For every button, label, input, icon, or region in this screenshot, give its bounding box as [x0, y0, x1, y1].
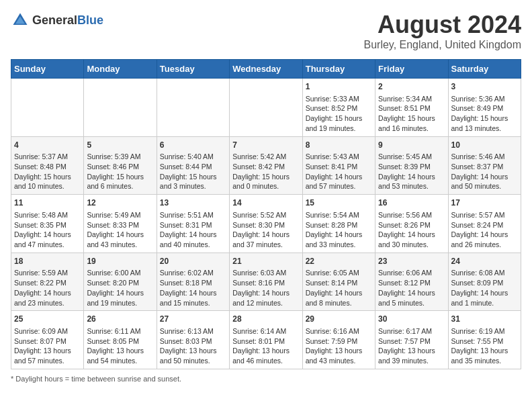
- day-info: Sunrise: 6:17 AM Sunset: 7:57 PM Dayligh…: [378, 326, 445, 366]
- day-number: 7: [232, 140, 299, 151]
- calendar-cell: 31Sunrise: 6:19 AM Sunset: 7:55 PM Dayli…: [448, 311, 521, 369]
- day-info: Sunrise: 5:48 AM Sunset: 8:35 PM Dayligh…: [14, 210, 81, 250]
- day-info: Sunrise: 6:03 AM Sunset: 8:16 PM Dayligh…: [232, 268, 299, 308]
- page-header: GeneralBlue August 2024 Burley, England,…: [11, 11, 521, 51]
- day-number: 24: [451, 256, 518, 267]
- day-number: 17: [451, 197, 518, 209]
- day-number: 8: [306, 140, 372, 151]
- calendar-cell: 25Sunrise: 6:09 AM Sunset: 8:07 PM Dayli…: [11, 311, 84, 369]
- logo: GeneralBlue: [11, 11, 103, 30]
- day-info: Sunrise: 6:11 AM Sunset: 8:05 PM Dayligh…: [87, 326, 153, 366]
- calendar-cell: 20Sunrise: 6:02 AM Sunset: 8:18 PM Dayli…: [157, 253, 229, 311]
- calendar-cell: 9Sunrise: 5:45 AM Sunset: 8:39 PM Daylig…: [375, 136, 448, 195]
- day-number: 13: [160, 197, 226, 209]
- calendar-cell: 19Sunrise: 6:00 AM Sunset: 8:20 PM Dayli…: [84, 253, 157, 311]
- calendar-cell: 6Sunrise: 5:40 AM Sunset: 8:44 PM Daylig…: [157, 136, 229, 195]
- calendar-cell: 5Sunrise: 5:39 AM Sunset: 8:46 PM Daylig…: [84, 136, 157, 195]
- calendar-cell: 10Sunrise: 5:46 AM Sunset: 8:37 PM Dayli…: [448, 136, 521, 195]
- day-number: 9: [378, 140, 445, 151]
- day-info: Sunrise: 6:06 AM Sunset: 8:12 PM Dayligh…: [378, 268, 445, 308]
- day-number: 22: [306, 256, 372, 267]
- day-number: 10: [451, 140, 518, 151]
- day-info: Sunrise: 5:54 AM Sunset: 8:28 PM Dayligh…: [306, 210, 372, 250]
- calendar-cell: 28Sunrise: 6:14 AM Sunset: 8:01 PM Dayli…: [230, 311, 302, 369]
- day-number: 6: [160, 140, 226, 151]
- day-number: 1: [306, 81, 372, 93]
- day-number: 18: [14, 256, 81, 267]
- calendar-cell: [11, 79, 84, 137]
- day-info: Sunrise: 5:33 AM Sunset: 8:52 PM Dayligh…: [306, 94, 372, 134]
- day-number: 11: [14, 197, 81, 209]
- logo-blue: Blue: [77, 13, 103, 27]
- calendar-cell: 12Sunrise: 5:49 AM Sunset: 8:33 PM Dayli…: [84, 195, 157, 253]
- calendar-cell: 27Sunrise: 6:13 AM Sunset: 8:03 PM Dayli…: [157, 311, 229, 369]
- day-info: Sunrise: 5:34 AM Sunset: 8:51 PM Dayligh…: [378, 94, 445, 134]
- day-info: Sunrise: 6:02 AM Sunset: 8:18 PM Dayligh…: [160, 268, 226, 308]
- day-info: Sunrise: 6:19 AM Sunset: 7:55 PM Dayligh…: [451, 326, 518, 366]
- day-header-monday: Monday: [84, 60, 157, 79]
- calendar-cell: 22Sunrise: 6:05 AM Sunset: 8:14 PM Dayli…: [302, 253, 375, 311]
- calendar-week-4: 18Sunrise: 5:59 AM Sunset: 8:22 PM Dayli…: [11, 253, 521, 311]
- calendar-table: SundayMondayTuesdayWednesdayThursdayFrid…: [11, 59, 521, 369]
- calendar-week-5: 25Sunrise: 6:09 AM Sunset: 8:07 PM Dayli…: [11, 311, 521, 369]
- day-info: Sunrise: 6:13 AM Sunset: 8:03 PM Dayligh…: [160, 326, 226, 366]
- calendar-cell: 8Sunrise: 5:43 AM Sunset: 8:41 PM Daylig…: [302, 136, 375, 195]
- calendar-cell: [230, 79, 302, 137]
- calendar-cell: 14Sunrise: 5:52 AM Sunset: 8:30 PM Dayli…: [230, 195, 302, 253]
- day-number: 27: [160, 314, 226, 325]
- day-info: Sunrise: 6:14 AM Sunset: 8:01 PM Dayligh…: [232, 326, 299, 366]
- day-header-sunday: Sunday: [11, 60, 84, 79]
- day-info: Sunrise: 5:45 AM Sunset: 8:39 PM Dayligh…: [378, 152, 445, 191]
- day-number: 2: [378, 81, 445, 93]
- day-info: Sunrise: 5:51 AM Sunset: 8:31 PM Dayligh…: [160, 210, 226, 250]
- logo-text: GeneralBlue: [11, 11, 103, 30]
- day-number: 19: [87, 256, 153, 267]
- day-number: 12: [87, 197, 153, 209]
- day-header-tuesday: Tuesday: [157, 60, 229, 79]
- calendar-cell: 1Sunrise: 5:33 AM Sunset: 8:52 PM Daylig…: [302, 79, 375, 137]
- day-number: 25: [14, 314, 81, 325]
- day-info: Sunrise: 5:36 AM Sunset: 8:49 PM Dayligh…: [451, 94, 518, 134]
- day-info: Sunrise: 5:37 AM Sunset: 8:48 PM Dayligh…: [14, 152, 81, 191]
- logo-icon: [11, 11, 30, 30]
- day-number: 31: [451, 314, 518, 325]
- calendar-week-2: 4Sunrise: 5:37 AM Sunset: 8:48 PM Daylig…: [11, 136, 521, 195]
- day-header-thursday: Thursday: [302, 60, 375, 79]
- calendar-cell: [84, 79, 157, 137]
- calendar-cell: 30Sunrise: 6:17 AM Sunset: 7:57 PM Dayli…: [375, 311, 448, 369]
- day-number: 30: [378, 314, 445, 325]
- day-info: Sunrise: 5:49 AM Sunset: 8:33 PM Dayligh…: [87, 210, 153, 250]
- calendar-cell: 7Sunrise: 5:42 AM Sunset: 8:42 PM Daylig…: [230, 136, 302, 195]
- main-title: August 2024: [363, 11, 521, 39]
- day-number: 5: [87, 140, 153, 151]
- calendar-cell: 11Sunrise: 5:48 AM Sunset: 8:35 PM Dayli…: [11, 195, 84, 253]
- day-info: Sunrise: 5:39 AM Sunset: 8:46 PM Dayligh…: [87, 152, 153, 191]
- day-info: Sunrise: 5:52 AM Sunset: 8:30 PM Dayligh…: [232, 210, 299, 250]
- day-number: 26: [87, 314, 153, 325]
- day-info: Sunrise: 6:09 AM Sunset: 8:07 PM Dayligh…: [14, 326, 81, 366]
- day-info: Sunrise: 6:05 AM Sunset: 8:14 PM Dayligh…: [306, 268, 372, 308]
- calendar-cell: 15Sunrise: 5:54 AM Sunset: 8:28 PM Dayli…: [302, 195, 375, 253]
- day-info: Sunrise: 5:59 AM Sunset: 8:22 PM Dayligh…: [14, 268, 81, 308]
- day-number: 23: [378, 256, 445, 267]
- day-number: 16: [378, 197, 445, 209]
- day-info: Sunrise: 5:57 AM Sunset: 8:24 PM Dayligh…: [451, 210, 518, 250]
- calendar-header-row: SundayMondayTuesdayWednesdayThursdayFrid…: [11, 60, 521, 79]
- calendar-cell: 23Sunrise: 6:06 AM Sunset: 8:12 PM Dayli…: [375, 253, 448, 311]
- day-info: Sunrise: 5:43 AM Sunset: 8:41 PM Dayligh…: [306, 152, 372, 191]
- calendar-cell: 13Sunrise: 5:51 AM Sunset: 8:31 PM Dayli…: [157, 195, 229, 253]
- day-header-wednesday: Wednesday: [230, 60, 302, 79]
- calendar-cell: 16Sunrise: 5:56 AM Sunset: 8:26 PM Dayli…: [375, 195, 448, 253]
- day-number: 21: [232, 256, 299, 267]
- day-info: Sunrise: 5:42 AM Sunset: 8:42 PM Dayligh…: [232, 152, 299, 191]
- day-info: Sunrise: 6:16 AM Sunset: 7:59 PM Dayligh…: [306, 326, 372, 366]
- day-number: 28: [232, 314, 299, 325]
- day-header-friday: Friday: [375, 60, 448, 79]
- calendar-cell: 2Sunrise: 5:34 AM Sunset: 8:51 PM Daylig…: [375, 79, 448, 137]
- calendar-cell: 21Sunrise: 6:03 AM Sunset: 8:16 PM Dayli…: [230, 253, 302, 311]
- calendar-week-3: 11Sunrise: 5:48 AM Sunset: 8:35 PM Dayli…: [11, 195, 521, 253]
- day-number: 20: [160, 256, 226, 267]
- day-number: 14: [232, 197, 299, 209]
- logo-general: General: [32, 13, 77, 27]
- day-header-saturday: Saturday: [448, 60, 521, 79]
